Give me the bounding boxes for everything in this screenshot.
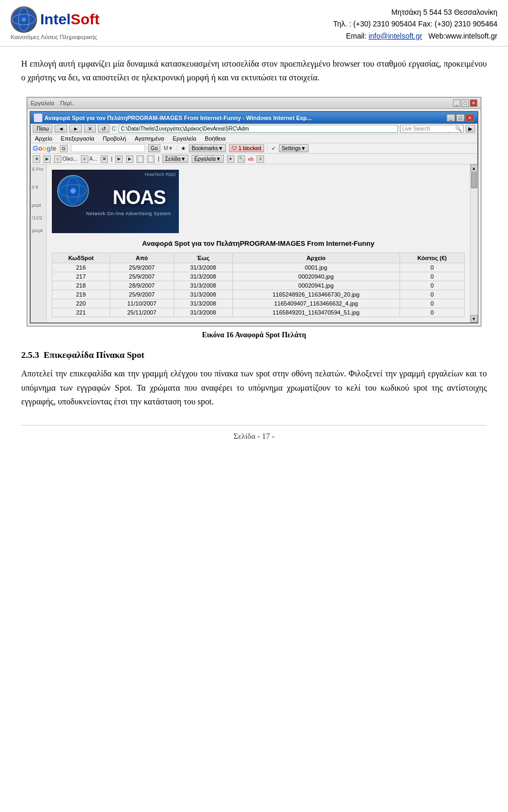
address-input[interactable] [119, 125, 398, 133]
page-content: Η επιλογή αυτή εμφανίζει μία δυναμικά κα… [0, 47, 508, 457]
scroll-up-button[interactable]: ▲ [470, 164, 478, 172]
logo-area: IntelSoft Καινοτόμες Λύσεις Πληροφορικής [11, 6, 99, 40]
nav-back-arrow[interactable]: ◄ [55, 125, 67, 133]
ie-content-area: S Fro 0 € μερε /11/2 ρωμε [31, 164, 477, 322]
gmail-icon[interactable]: M▼ [164, 145, 173, 151]
outer-window-titlebar: Εργαλεία Περί.. _ □ ✕ [28, 98, 480, 109]
page-header: IntelSoft Καινοτόμες Λύσεις Πληροφορικής… [0, 0, 508, 47]
nav-refresh-button[interactable]: ↺ [98, 125, 110, 133]
cell-eos: 31/3/2008 [174, 290, 232, 299]
page-number: Σελίδα - 17 - [233, 432, 275, 440]
links-toolbar: ★ ▶ ⌂Οίκο... eA... ✕ | ▶ ▶ 📄 📄 | Σελίδα▼… [31, 154, 477, 164]
ie-maximize-button[interactable]: □ [456, 114, 465, 122]
search-icon[interactable]: 🔍 [455, 126, 461, 132]
link-icon-1[interactable]: ▶ [115, 155, 123, 163]
nav-stop-button[interactable]: ✕ [84, 125, 96, 133]
col-header-arxeio: Αρχείο [232, 253, 400, 263]
link-icon-4[interactable]: 📄 [147, 155, 155, 163]
outer-close-button[interactable]: ✕ [470, 99, 477, 107]
link-icon-5[interactable]: ★ [227, 155, 234, 163]
scroll-thumb[interactable] [471, 172, 477, 188]
data-table: ΚωδSpot Από Έως Αρχείο Κόστος (€) 216 25… [52, 253, 465, 317]
page-button[interactable]: Σελίδα▼ [162, 155, 188, 163]
ie-go-button[interactable]: ▶ [466, 125, 475, 133]
page-icon: 📄 [137, 155, 144, 163]
menu-help[interactable]: Βοήθεια [203, 135, 228, 142]
menu-file[interactable]: Αρχείο [33, 135, 55, 142]
tools-ie-button[interactable]: Εργαλεία▼ [192, 155, 224, 163]
col-header-kostos: Κόστος (€) [400, 253, 464, 263]
menu-view[interactable]: Προβολή [101, 135, 128, 142]
menu-edit[interactable]: Επεξεργασία [59, 135, 96, 142]
search-box[interactable]: Live Search 🔍 [400, 125, 464, 133]
link-ebay-btn[interactable]: eb [248, 156, 254, 162]
contact-info: Μητσάκη 5 544 53 Θεσσαλονίκη Τηλ. : (+30… [333, 6, 497, 42]
contact-email-link[interactable]: info@intelsoft.gr [368, 32, 422, 40]
link-arrow-btn[interactable]: ▶ [43, 155, 51, 163]
outer-minimize-button[interactable]: _ [453, 99, 460, 107]
toolbar-separator-1: | [176, 145, 178, 151]
scroll-down-button[interactable]: ▼ [470, 315, 478, 322]
google-search-input[interactable] [71, 144, 145, 152]
cell-apo: 28/9/2007 [110, 281, 174, 290]
nav-forward-arrow[interactable]: ► [69, 125, 82, 133]
outer-maximize-button[interactable]: □ [461, 99, 469, 107]
logo-tagline: Καινοτόμες Λύσεις Πληροφορικής [11, 34, 97, 40]
table-row: 218 28/9/2007 31/3/2008 00020941.jpg 0 [52, 281, 465, 290]
sidebar-label-5: ρωμε [32, 228, 45, 233]
bookmarks-button[interactable]: Bookmarks▼ [189, 144, 226, 152]
menu-tools[interactable]: Εργαλεία [170, 135, 198, 142]
link-star-btn[interactable]: ★ [33, 155, 40, 163]
ie-titlebar: Αναφορά Spot για τον ΠελάτηPROGRAM-IMAGE… [31, 112, 477, 124]
link-icon-2[interactable]: ▶ [126, 155, 133, 163]
cell-apo: 25/9/2007 [110, 263, 174, 272]
cell-kod: 220 [52, 299, 110, 308]
sidebar-label-4: /11/2 [32, 215, 45, 220]
contact-email-line: Email: info@intelsoft.gr Web:www.intelso… [333, 30, 497, 42]
noas-logo-text: NOAS [113, 187, 166, 209]
menu-favorites[interactable]: Αγαπημένα [132, 135, 166, 142]
cell-kod: 216 [52, 263, 110, 272]
section-253: 2.5.3 Επικεφαλίδα Πίνακα Spot Αποτελεί τ… [21, 350, 487, 409]
noas-globe-icon [57, 175, 89, 207]
ie-window: Αναφορά Spot για τον ΠελάτηPROGRAM-IMAGE… [30, 111, 478, 324]
settings-button[interactable]: Settings▼ [279, 144, 309, 152]
cell-apo: 25/9/2007 [110, 272, 174, 281]
star-icon[interactable]: ★ [181, 145, 186, 151]
ie-menubar: Αρχείο Επεξεργασία Προβολή Αγαπημένα Εργ… [31, 134, 477, 143]
logo-image: IntelSoft [11, 6, 99, 33]
cell-eos: 31/3/2008 [174, 263, 232, 272]
link-separator: | [111, 156, 113, 162]
google-g-btn[interactable]: G [60, 145, 68, 152]
ie-scrollbar: ▲ ▼ [470, 164, 477, 322]
outer-menu-about[interactable]: Περί.. [60, 100, 75, 106]
logo-soft-text: Soft [71, 11, 99, 27]
ie-sidebar: S Fro 0 € μερε /11/2 ρωμε [31, 164, 47, 322]
cell-arxeio: 1165409407_1163466632_4.jpg [232, 299, 400, 308]
table-row: 220 11/10/2007 31/3/2008 1165409407_1163… [52, 299, 465, 308]
page-footer: Σελίδα - 17 - [21, 425, 487, 447]
link-e-btn[interactable]: eA... [81, 155, 97, 163]
contact-address: Μητσάκη 5 544 53 Θεσσαλονίκη [333, 6, 497, 18]
ie-close-button[interactable]: ✕ [466, 114, 474, 122]
section-heading: 2.5.3 Επικεφαλίδα Πίνακα Spot [21, 350, 487, 361]
home-link-icon: ⌂ [54, 155, 61, 163]
sidebar-label-1: S Fro [32, 167, 45, 172]
link-icon-6[interactable]: 🔧 [238, 155, 245, 163]
cell-kostos: 0 [400, 308, 464, 317]
col-header-eos: Έως [174, 253, 232, 263]
cell-eos: 31/3/2008 [174, 281, 232, 290]
back-button[interactable]: Πίσω [33, 125, 52, 133]
cell-arxeio: 0001.jpg [232, 263, 400, 272]
ie-minimize-button[interactable]: _ [447, 114, 455, 122]
link-home-btn[interactable]: ⌂Οίκο... [54, 155, 78, 163]
film-icon: ▶ [115, 155, 123, 163]
blocked-button[interactable]: 🛡 1 blocked [229, 144, 264, 152]
google-go-button[interactable]: Go [148, 144, 160, 152]
section-body: Αποτελεί την επικεφαλίδα και την γραμμή … [21, 367, 487, 409]
close-link-icon[interactable]: ✕ [101, 155, 108, 163]
link-skype-btn[interactable]: S [257, 155, 264, 163]
link-icon-3[interactable]: 📄 [137, 155, 144, 163]
outer-menu-tools[interactable]: Εργαλεία [31, 100, 55, 106]
cell-arxeio: 1165248926_1163466730_20.jpg [232, 290, 400, 299]
